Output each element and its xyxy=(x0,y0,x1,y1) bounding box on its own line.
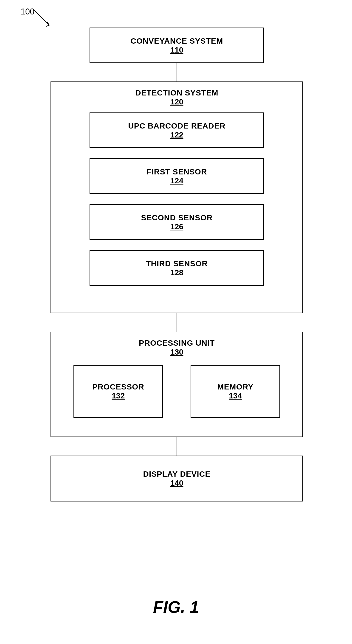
memory-number: 134 xyxy=(229,391,242,400)
memory-label: MEMORY xyxy=(217,382,253,391)
detection-system-label: DETECTION SYSTEM xyxy=(135,88,218,97)
processing-unit-label: PROCESSING UNIT xyxy=(139,338,215,348)
memory-box: MEMORY 134 xyxy=(191,365,280,418)
processor-label: PROCESSOR xyxy=(92,382,144,391)
fig-label: FIG. 1 xyxy=(0,598,352,616)
svg-line-2 xyxy=(46,25,49,26)
diagram: 100 CONVEYANCE SYSTEM 110 DETECTION SYST… xyxy=(0,0,352,644)
display-device-label: DISPLAY DEVICE xyxy=(143,470,211,478)
conveyance-system-label: CONVEYANCE SYSTEM xyxy=(130,36,223,46)
display-device-box: DISPLAY DEVICE 140 xyxy=(51,456,303,502)
conveyance-system-number: 110 xyxy=(170,46,183,54)
first-sensor-number: 124 xyxy=(170,176,183,185)
display-device-number: 140 xyxy=(170,478,183,488)
first-sensor-label: FIRST SENSOR xyxy=(147,167,207,176)
upc-barcode-reader-box: UPC BARCODE READER 122 xyxy=(90,112,264,148)
detection-system-number: 120 xyxy=(170,97,183,106)
processing-unit-label-container: PROCESSING UNIT 130 xyxy=(51,332,303,356)
connector-2 xyxy=(177,313,177,332)
third-sensor-number: 128 xyxy=(170,268,183,277)
second-sensor-label: SECOND SENSOR xyxy=(141,213,213,222)
second-sensor-number: 126 xyxy=(170,222,183,231)
detection-system-label-container: DETECTION SYSTEM 120 xyxy=(51,82,303,106)
processing-unit-number: 130 xyxy=(170,348,183,356)
processor-number: 132 xyxy=(112,391,125,400)
svg-line-0 xyxy=(33,9,49,25)
third-sensor-label: THIRD SENSOR xyxy=(146,259,208,268)
third-sensor-box: THIRD SENSOR 128 xyxy=(90,250,264,286)
first-sensor-box: FIRST SENSOR 124 xyxy=(90,158,264,194)
conveyance-system-box: CONVEYANCE SYSTEM 110 xyxy=(90,28,264,63)
upc-barcode-reader-number: 122 xyxy=(170,130,183,139)
ref-number: 100 xyxy=(21,7,35,16)
second-sensor-box: SECOND SENSOR 126 xyxy=(90,204,264,240)
processor-box: PROCESSOR 132 xyxy=(74,365,163,418)
upc-barcode-reader-label: UPC BARCODE READER xyxy=(128,122,225,130)
connector-3 xyxy=(177,437,177,456)
connector-1 xyxy=(177,63,177,82)
